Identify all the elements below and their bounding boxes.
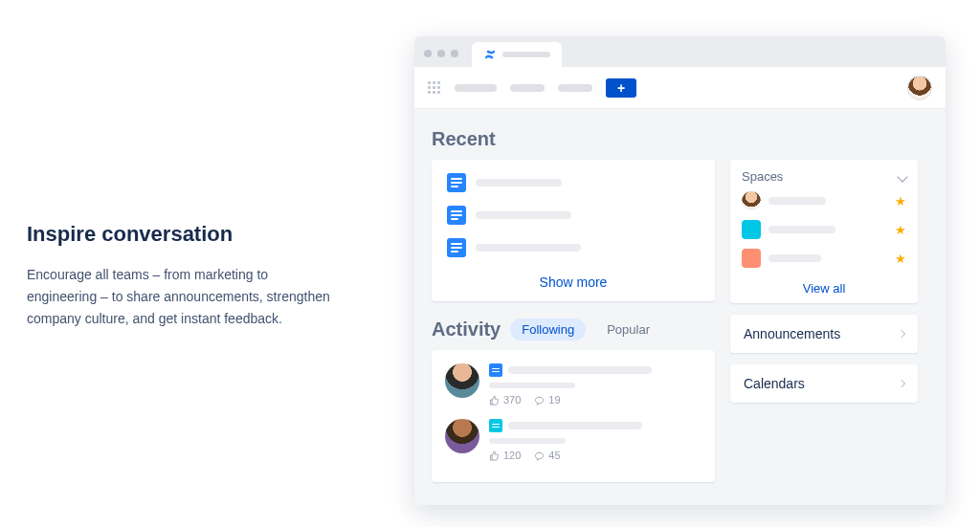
window-dot — [424, 50, 432, 57]
space-item[interactable]: ★ — [742, 191, 906, 210]
spaces-title: Spaces — [742, 169, 783, 184]
document-icon — [447, 238, 466, 257]
comments-stat[interactable]: 45 — [534, 450, 560, 461]
calendars-label: Calendars — [744, 376, 805, 391]
space-name-skeleton — [768, 226, 835, 233]
recent-item-title — [476, 244, 581, 252]
space-item[interactable]: ★ — [742, 249, 906, 268]
star-icon[interactable]: ★ — [895, 194, 906, 209]
activity-title-skeleton — [508, 366, 652, 374]
tab-popular[interactable]: Popular — [595, 318, 661, 340]
quote-icon — [489, 419, 502, 432]
activity-item[interactable]: 370 19 — [445, 363, 702, 406]
activity-title-skeleton — [508, 422, 642, 429]
comment-icon — [534, 450, 545, 461]
window-dot — [437, 50, 445, 57]
comments-stat[interactable]: 19 — [534, 394, 560, 406]
recent-item[interactable] — [447, 206, 700, 225]
star-icon[interactable]: ★ — [895, 223, 906, 237]
confluence-icon — [483, 48, 497, 61]
comment-icon — [534, 395, 545, 406]
landing-heading: Inspire conversation — [27, 222, 333, 247]
activity-header: Activity Following Popular — [432, 318, 715, 340]
activity-stats: 120 45 — [489, 450, 702, 461]
nav-skeleton — [558, 84, 592, 92]
space-avatar — [742, 249, 761, 268]
document-icon — [489, 363, 502, 377]
landing-copy: Inspire conversation Encourage all teams… — [27, 222, 333, 330]
thumbs-up-icon — [489, 395, 500, 406]
app-switcher-icon[interactable] — [428, 81, 441, 95]
recent-item-title — [476, 179, 562, 187]
browser-tab[interactable] — [472, 42, 562, 67]
tab-following[interactable]: Following — [510, 318, 586, 340]
activity-stats: 370 19 — [489, 394, 702, 406]
announcements-label: Announcements — [744, 326, 840, 341]
view-all-link[interactable]: View all — [742, 277, 906, 296]
space-name-skeleton — [768, 254, 821, 262]
app-toolbar: + — [414, 67, 946, 109]
left-column: Show more Activity Following Popular — [432, 160, 715, 482]
announcements-link[interactable]: Announcements — [730, 315, 918, 353]
space-item[interactable]: ★ — [742, 220, 906, 239]
activity-avatar — [445, 363, 479, 398]
space-name-skeleton — [768, 197, 826, 205]
thumbs-up-icon — [489, 450, 500, 461]
comments-count: 45 — [548, 450, 560, 461]
document-icon — [447, 206, 466, 225]
chevron-down-icon[interactable] — [897, 171, 907, 182]
recent-item[interactable] — [447, 173, 700, 192]
activity-title: Activity — [432, 318, 501, 340]
landing-paragraph: Encourage all teams – from marketing to … — [27, 264, 333, 330]
comments-count: 19 — [548, 394, 560, 406]
chevron-right-icon — [898, 330, 905, 338]
user-avatar[interactable] — [907, 76, 932, 100]
show-more-link[interactable]: Show more — [447, 271, 700, 292]
activity-sub-skeleton — [489, 383, 575, 388]
activity-avatar — [445, 419, 479, 453]
activity-sub-skeleton — [489, 438, 566, 444]
app-window: + Recent — [414, 36, 946, 505]
document-icon — [447, 173, 466, 192]
window-dot — [451, 50, 458, 57]
recent-item[interactable] — [447, 238, 700, 257]
star-icon[interactable]: ★ — [895, 252, 906, 266]
space-avatar — [742, 220, 761, 239]
recent-item-title — [476, 211, 571, 219]
activity-item[interactable]: 120 45 — [445, 419, 702, 461]
calendars-link[interactable]: Calendars — [730, 364, 918, 403]
right-column: Spaces ★ ★ — [730, 160, 918, 482]
app-content: Recent Show more — [414, 109, 946, 495]
likes-count: 370 — [503, 394, 521, 406]
window-controls — [424, 50, 458, 57]
likes-stat[interactable]: 370 — [489, 394, 521, 406]
chevron-right-icon — [898, 380, 905, 387]
create-button[interactable]: + — [606, 78, 636, 98]
likes-count: 120 — [503, 450, 521, 461]
browser-chrome — [414, 36, 946, 67]
recent-card: Show more — [432, 160, 715, 301]
space-avatar — [742, 191, 761, 210]
nav-skeleton — [455, 84, 497, 92]
activity-card: 370 19 — [432, 350, 715, 482]
recent-title: Recent — [432, 128, 928, 150]
spaces-card: Spaces ★ ★ — [730, 160, 918, 303]
tab-title-skeleton — [502, 52, 550, 57]
likes-stat[interactable]: 120 — [489, 450, 521, 461]
nav-skeleton — [510, 84, 545, 92]
